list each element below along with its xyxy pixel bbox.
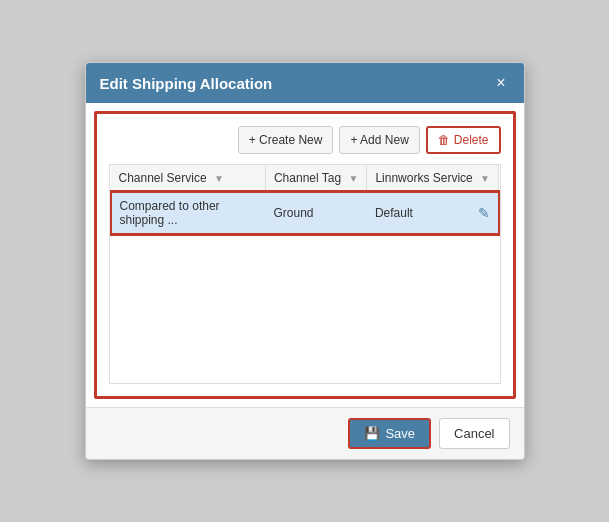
delete-label: Delete	[454, 133, 489, 147]
table-header: Channel Service ▼ Channel Tag ▼ Linnwork…	[111, 165, 499, 192]
cell-channel-tag: Ground	[265, 192, 366, 234]
table-body: Compared to other shipping ... Ground De…	[111, 192, 499, 234]
channel-service-filter-icon[interactable]: ▼	[214, 173, 224, 184]
edit-shipping-allocation-dialog: Edit Shipping Allocation × + Create New …	[85, 62, 525, 460]
table-container: Channel Service ▼ Channel Tag ▼ Linnwork…	[109, 164, 501, 384]
cell-linnworks-service: Default ✎	[367, 192, 499, 234]
save-button[interactable]: 💾 Save	[348, 418, 431, 449]
save-icon: 💾	[364, 426, 380, 441]
save-label: Save	[385, 426, 415, 441]
edit-icon[interactable]: ✎	[478, 205, 490, 221]
add-new-button[interactable]: + Add New	[339, 126, 419, 154]
column-linnworks-service: Linnworks Service ▼	[367, 165, 499, 192]
channel-tag-filter-icon[interactable]: ▼	[348, 173, 358, 184]
dialog-footer: 💾 Save Cancel	[86, 407, 524, 459]
linnworks-service-filter-icon[interactable]: ▼	[480, 173, 490, 184]
toolbar: + Create New + Add New 🗑 Delete	[109, 126, 501, 154]
dialog-header: Edit Shipping Allocation ×	[86, 63, 524, 103]
allocation-table: Channel Service ▼ Channel Tag ▼ Linnwork…	[110, 165, 500, 235]
delete-icon: 🗑	[438, 133, 450, 147]
dialog-body: + Create New + Add New 🗑 Delete Channel …	[94, 111, 516, 399]
linnworks-service-value: Default	[375, 206, 413, 220]
dialog-title: Edit Shipping Allocation	[100, 75, 273, 92]
linnworks-service-label: Linnworks Service	[375, 171, 472, 185]
column-channel-tag: Channel Tag ▼	[265, 165, 366, 192]
close-button[interactable]: ×	[492, 73, 509, 93]
channel-tag-label: Channel Tag	[274, 171, 341, 185]
cell-channel-service: Compared to other shipping ...	[111, 192, 266, 234]
column-channel-service: Channel Service ▼	[111, 165, 266, 192]
create-new-button[interactable]: + Create New	[238, 126, 334, 154]
delete-button[interactable]: 🗑 Delete	[426, 126, 501, 154]
cancel-button[interactable]: Cancel	[439, 418, 509, 449]
table-row[interactable]: Compared to other shipping ... Ground De…	[111, 192, 499, 234]
channel-service-label: Channel Service	[119, 171, 207, 185]
